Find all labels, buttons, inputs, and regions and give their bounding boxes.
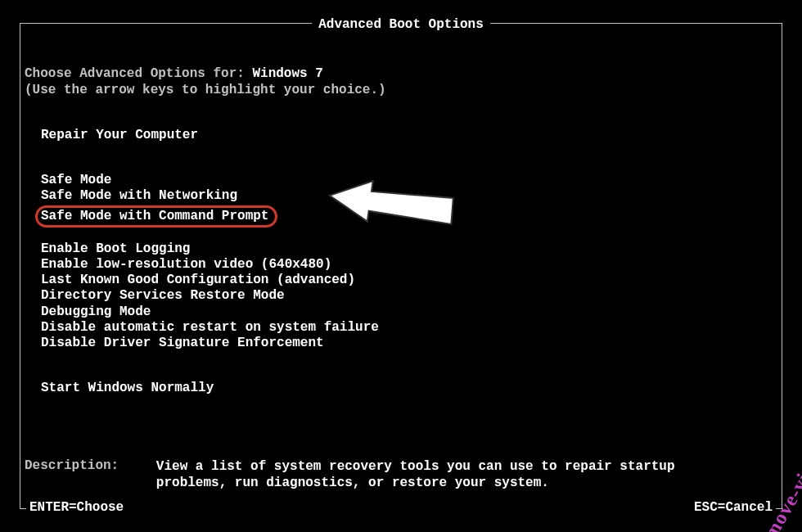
option-safe-mode-networking[interactable]: Safe Mode with Networking: [25, 188, 777, 204]
page-title: Advanced Boot Options: [312, 17, 490, 32]
option-enable-boot-logging[interactable]: Enable Boot Logging: [25, 241, 777, 257]
option-start-windows-normally[interactable]: Start Windows Normally: [25, 381, 777, 396]
description-block: Description: View a list of system recov…: [25, 458, 777, 491]
option-disable-driver-sig[interactable]: Disable Driver Signature Enforcement: [25, 336, 777, 351]
option-debugging-mode[interactable]: Debugging Mode: [25, 304, 777, 320]
option-text: Safe Mode with Command Prompt: [41, 209, 268, 223]
option-directory-services-restore[interactable]: Directory Services Restore Mode: [25, 288, 777, 304]
footer-esc-hint: ESC=Cancel: [694, 500, 773, 515]
description-label: Description:: [25, 458, 119, 473]
highlight-annotation: Safe Mode with Command Prompt: [35, 205, 277, 228]
instruction-hint: (Use the arrow keys to highlight your ch…: [25, 82, 777, 98]
instruction-prefix: Choose Advanced Options for:: [25, 66, 252, 81]
main-content: Choose Advanced Options for: Windows 7 (…: [25, 65, 777, 396]
option-repair-your-computer[interactable]: Repair Your Computer: [25, 128, 777, 143]
footer-enter-hint: ENTER=Choose: [29, 500, 124, 515]
option-disable-auto-restart[interactable]: Disable automatic restart on system fail…: [25, 320, 777, 336]
description-text: View a list of system recovery tools you…: [127, 458, 746, 491]
os-name: Windows 7: [252, 66, 322, 81]
instruction-line: Choose Advanced Options for: Windows 7: [25, 65, 777, 82]
option-low-res-video[interactable]: Enable low-resolution video (640x480): [25, 257, 777, 273]
option-safe-mode[interactable]: Safe Mode: [25, 173, 777, 188]
option-safe-mode-command-prompt[interactable]: Safe Mode with Command Prompt: [25, 205, 777, 227]
footer-bar: ENTER=Choose ESC=Cancel: [26, 500, 776, 515]
option-last-known-good[interactable]: Last Known Good Configuration (advanced): [25, 273, 777, 288]
